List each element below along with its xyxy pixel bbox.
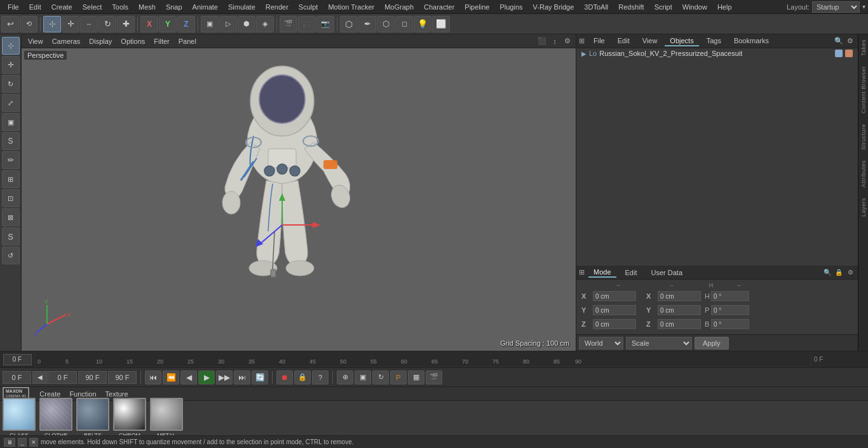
- vtab-structure[interactable]: Structure: [859, 119, 868, 155]
- vp-menu-options[interactable]: Options: [117, 37, 149, 46]
- current-frame-input[interactable]: [48, 371, 77, 384]
- sidebar-knife-btn[interactable]: ⊞: [2, 170, 20, 188]
- menu-select[interactable]: Select: [78, 2, 107, 12]
- material-metal[interactable]: METAL: [150, 398, 183, 438]
- timeline-track[interactable]: 0 5 10 15 20 25 30 35 40 45 50: [35, 351, 811, 367]
- menu-simulate[interactable]: Simulate: [223, 2, 261, 12]
- sidebar-wrap-btn[interactable]: ↺: [2, 247, 20, 264]
- sidebar-sculpt-btn[interactable]: ✏: [2, 151, 20, 169]
- attr-tab-edit[interactable]: Edit: [620, 268, 642, 277]
- empty-button[interactable]: ⬜: [432, 16, 450, 32]
- menu-help[interactable]: Help: [712, 2, 737, 12]
- sidebar-brush-btn[interactable]: ⊡: [2, 189, 20, 207]
- coord-x-pos-input[interactable]: [593, 291, 636, 301]
- material-belts[interactable]: BELTS: [76, 398, 109, 438]
- material-glass[interactable]: GLASS: [3, 398, 36, 438]
- world-select[interactable]: World Local Object: [579, 337, 623, 350]
- attr-lock-icon[interactable]: 🔒: [834, 268, 844, 278]
- attr-settings2-icon[interactable]: ⚙: [845, 268, 855, 278]
- coord-x-size-input[interactable]: [658, 291, 701, 301]
- menu-snap[interactable]: Snap: [161, 2, 187, 12]
- coord-z-pos-input[interactable]: [593, 319, 636, 329]
- poly-mode-button[interactable]: ▷: [219, 16, 237, 32]
- tab-objects[interactable]: Objects: [665, 36, 698, 46]
- y-axis-button[interactable]: Y: [159, 16, 177, 32]
- tree-item-spacesuit[interactable]: ▶ Lo Russian_Sokol_KV_2_Pressurized_Spac…: [576, 48, 858, 58]
- autokey-button[interactable]: 🔒: [294, 370, 311, 384]
- menu-sculpt[interactable]: Sculpt: [294, 2, 323, 12]
- point-mode-button[interactable]: ◈: [256, 16, 274, 32]
- objects-settings-icon[interactable]: ⚙: [845, 36, 855, 46]
- total-frame-input[interactable]: [108, 371, 137, 384]
- mat-texture-menu[interactable]: Texture: [102, 390, 132, 398]
- menu-vray[interactable]: V-Ray Bridge: [528, 2, 580, 12]
- apply-button[interactable]: Apply: [695, 337, 729, 350]
- sidebar-mirror-btn[interactable]: ⊠: [2, 208, 20, 226]
- select-tool-button[interactable]: ⊹: [43, 16, 61, 32]
- cube-button[interactable]: ⬡: [340, 16, 358, 32]
- menu-script[interactable]: Script: [649, 2, 677, 12]
- viewport[interactable]: Perspective: [22, 48, 576, 351]
- timeline-frame-input[interactable]: [3, 354, 32, 365]
- sidebar-paint-btn[interactable]: S: [2, 132, 20, 150]
- step-back-button[interactable]: ⏪: [163, 370, 179, 384]
- menu-plugins[interactable]: Plugins: [494, 2, 527, 12]
- vp-menu-filter[interactable]: Filter: [150, 37, 173, 46]
- menu-pipeline[interactable]: Pipeline: [459, 2, 494, 12]
- scale-select[interactable]: Scale Absolute Scale: [626, 337, 692, 350]
- edge-mode-button[interactable]: ⬢: [238, 16, 255, 32]
- play-forward-button[interactable]: ▶: [198, 370, 215, 384]
- menu-character[interactable]: Character: [419, 2, 459, 12]
- nurbs-button[interactable]: ⬡: [377, 16, 395, 32]
- attr-tab-userdata[interactable]: User Data: [646, 268, 688, 277]
- menu-file[interactable]: File: [3, 2, 24, 12]
- move-key-btn[interactable]: ⊕: [337, 370, 353, 384]
- end-frame-input[interactable]: [78, 371, 107, 384]
- vp-menu-cameras[interactable]: Cameras: [48, 37, 85, 46]
- sidebar-rotate-btn[interactable]: ↻: [2, 75, 20, 93]
- goto-end-button[interactable]: ⏭: [234, 370, 250, 384]
- scale-key-btn[interactable]: ▣: [355, 370, 371, 384]
- help-button[interactable]: ?: [312, 370, 329, 384]
- vtab-content-browser[interactable]: Content Browser: [859, 61, 868, 119]
- light-button[interactable]: 💡: [414, 16, 431, 32]
- vp-arrow-icon[interactable]: ↕: [549, 36, 560, 47]
- prev-frame-btn-small[interactable]: ◀: [32, 371, 48, 384]
- tab-edit[interactable]: Edit: [613, 36, 635, 46]
- rotate-tool-button[interactable]: ↻: [98, 16, 116, 32]
- model-mode-button[interactable]: ▣: [201, 16, 219, 32]
- status-minimize-icon[interactable]: _: [18, 438, 27, 447]
- transform-tool-button[interactable]: ✚: [117, 16, 135, 32]
- spline-button[interactable]: ✒: [358, 16, 376, 32]
- menu-animate[interactable]: Animate: [187, 2, 223, 12]
- play-back-button[interactable]: ◀: [180, 370, 197, 384]
- tab-bookmarks[interactable]: Bookmarks: [729, 36, 774, 46]
- menu-create[interactable]: Create: [46, 2, 78, 12]
- motion-key-btn[interactable]: 🎬: [426, 370, 442, 384]
- sidebar-scale-btn[interactable]: ⤢: [2, 94, 20, 112]
- coord-b-input[interactable]: [711, 319, 749, 329]
- rotate-key-btn[interactable]: ↻: [372, 370, 389, 384]
- tab-tags[interactable]: Tags: [702, 36, 726, 46]
- coord-z-size-input[interactable]: [658, 319, 701, 329]
- redo-button[interactable]: ⟲: [20, 16, 37, 32]
- mat-create-menu[interactable]: Create: [36, 390, 64, 398]
- attr-search-icon[interactable]: 🔍: [822, 268, 832, 278]
- coord-y-size-input[interactable]: [658, 305, 701, 315]
- play-fast-button[interactable]: ▶▶: [216, 370, 233, 384]
- sidebar-poly-btn[interactable]: ▣: [2, 113, 20, 131]
- sidebar-move-btn[interactable]: ✛: [2, 56, 20, 74]
- tab-view[interactable]: View: [637, 36, 663, 46]
- coord-y-pos-input[interactable]: [593, 305, 636, 315]
- sidebar-magnet-btn[interactable]: S: [2, 227, 20, 245]
- menu-tools[interactable]: Tools: [107, 2, 133, 12]
- vp-maximize-icon[interactable]: ⬛: [536, 36, 548, 47]
- attr-tab-mode[interactable]: Mode: [588, 268, 616, 278]
- param-key-btn[interactable]: P: [390, 370, 407, 384]
- coord-h-input[interactable]: [711, 291, 749, 301]
- z-axis-button[interactable]: Z: [177, 16, 195, 32]
- objects-search-icon[interactable]: 🔍: [834, 36, 844, 46]
- vtab-takes[interactable]: Takes: [859, 34, 868, 61]
- tab-file[interactable]: File: [588, 36, 610, 46]
- menu-3dtoall[interactable]: 3DToAll: [579, 2, 613, 12]
